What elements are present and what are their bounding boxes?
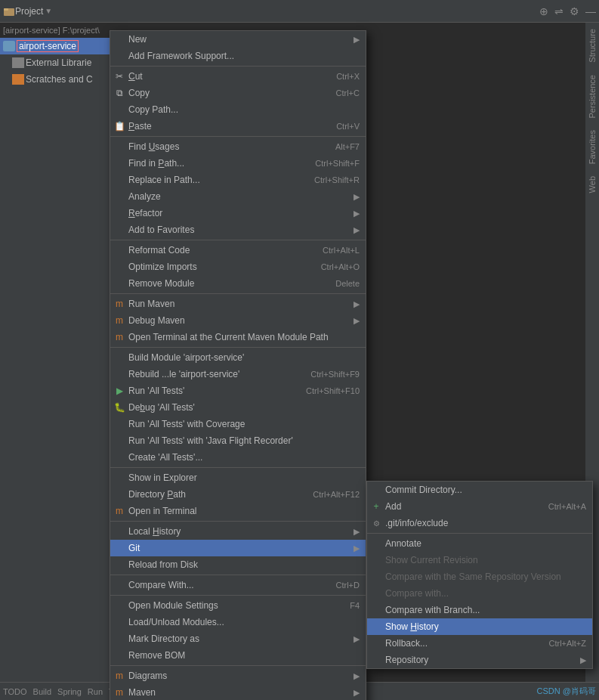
menu-item-new[interactable]: New ▶ xyxy=(110,31,366,48)
sep2 xyxy=(110,136,366,137)
menu-item-analyze[interactable]: Analyze ▶ xyxy=(110,188,366,205)
project-panel: [airport-service] F:\project\ airport-se… xyxy=(0,23,121,682)
menu-item-copy[interactable]: ⧉ Copy Ctrl+C xyxy=(110,85,366,101)
menu-item-refactor[interactable]: Refactor ▶ xyxy=(110,205,366,221)
add-icon[interactable]: ⊕ xyxy=(539,5,548,17)
project-root-item[interactable]: airport-service xyxy=(0,38,121,54)
toolbar-arrow[interactable]: ▼ xyxy=(45,7,52,15)
structure-label[interactable]: Structure xyxy=(586,23,598,69)
menu-item-compare[interactable]: Compare With... Ctrl+D xyxy=(110,577,366,593)
copy-icon: ⧉ xyxy=(113,87,125,99)
submenu-repository[interactable]: Repository ▶ xyxy=(367,652,592,668)
external-libraries-item[interactable]: External Librarie xyxy=(0,54,121,71)
submenu-current-revision: Show Current Revision xyxy=(367,552,592,568)
sync-icon[interactable]: ⇌ xyxy=(554,5,563,17)
maven-run-icon: m xyxy=(113,298,125,310)
menu-item-paste[interactable]: 📋 Paste Ctrl+V xyxy=(110,118,366,135)
favorites-label[interactable]: Favorites xyxy=(586,124,598,170)
menu-item-git[interactable]: Git ▶ xyxy=(110,540,366,556)
csdn-watermark: CSDN @肖码哥 xyxy=(537,686,596,697)
ext-lib-icon xyxy=(12,57,24,68)
menu-item-remove-module[interactable]: Remove Module Delete xyxy=(110,275,366,292)
submenu-annotate[interactable]: Annotate xyxy=(367,535,592,552)
gitinfo-icon: ⚙ xyxy=(370,517,382,529)
submenu-commit-dir[interactable]: Commit Directory... xyxy=(367,482,592,498)
submenu-compare-repo: Compare with the Same Repository Version xyxy=(367,568,592,585)
context-menu: New ▶ Add Framework Support... ✂ Cut Ctr… xyxy=(110,30,366,700)
menu-item-mark-dir[interactable]: Mark Directory as ▶ xyxy=(110,630,366,647)
sep6 xyxy=(110,467,366,468)
menu-item-run-maven[interactable]: m Run Maven ▶ xyxy=(110,296,366,312)
scratches-item[interactable]: Scratches and C xyxy=(0,71,121,88)
web-label[interactable]: Web xyxy=(586,170,598,199)
toolbar-title: Project xyxy=(15,6,43,17)
maven-icon: m xyxy=(113,686,125,698)
menu-item-diagrams[interactable]: m Diagrams ▶ xyxy=(110,667,366,684)
menu-item-add-framework[interactable]: Add Framework Support... xyxy=(110,48,366,64)
ext-lib-label: External Librarie xyxy=(26,57,91,68)
menu-item-load-unload[interactable]: Load/Unload Modules... xyxy=(110,614,366,630)
git-submenu: Commit Directory... + Add Ctrl+Alt+A ⚙ .… xyxy=(366,481,593,669)
spring-status[interactable]: Spring xyxy=(57,687,82,696)
menu-item-build-module[interactable]: Build Module 'airport-service' xyxy=(110,349,366,366)
project-folder-icon xyxy=(3,5,15,17)
run-status[interactable]: Run xyxy=(88,687,103,696)
add-icon: + xyxy=(370,500,382,513)
menu-item-debug-maven[interactable]: m Debug Maven ▶ xyxy=(110,312,366,329)
menu-item-maven[interactable]: m Maven ▶ xyxy=(110,684,366,700)
submenu-gitinfo[interactable]: ⚙ .git/info/exclude xyxy=(367,515,592,531)
breadcrumb: [airport-service] F:\project\ xyxy=(0,23,121,38)
debug-icon: 🐛 xyxy=(113,401,125,413)
sep3 xyxy=(110,240,366,240)
menu-item-reload[interactable]: Reload from Disk xyxy=(110,556,366,573)
module-icon xyxy=(3,41,15,51)
scratches-label: Scratches and C xyxy=(26,74,93,85)
submenu-rollback[interactable]: Rollback... Ctrl+Alt+Z xyxy=(367,635,592,652)
paste-icon: 📋 xyxy=(113,120,125,132)
menu-item-run-flight[interactable]: Run 'All Tests' with 'Java Flight Record… xyxy=(110,432,366,449)
settings-icon[interactable]: ⚙ xyxy=(570,5,579,17)
menu-item-favorites[interactable]: Add to Favorites ▶ xyxy=(110,221,366,238)
menu-item-replace-path[interactable]: Replace in Path... Ctrl+Shift+R xyxy=(110,172,366,188)
run-icon: ▶ xyxy=(113,385,125,397)
menu-item-remove-bom[interactable]: Remove BOM xyxy=(110,647,366,664)
sep5 xyxy=(110,347,366,348)
menu-item-run-coverage[interactable]: Run 'All Tests' with Coverage xyxy=(110,416,366,432)
sep8 xyxy=(110,575,366,575)
menu-item-open-terminal-maven[interactable]: m Open Terminal at the Current Maven Mod… xyxy=(110,329,366,345)
menu-item-create-tests[interactable]: Create 'All Tests'... xyxy=(110,449,366,466)
menu-item-module-settings[interactable]: Open Module Settings F4 xyxy=(110,597,366,614)
submenu-compare-with: Compare with... xyxy=(367,585,592,602)
submenu-compare-branch[interactable]: Compare with Branch... xyxy=(367,602,592,618)
menu-item-optimize[interactable]: Optimize Imports Ctrl+Alt+O xyxy=(110,259,366,275)
menu-item-debug-tests[interactable]: 🐛 Debug 'All Tests' xyxy=(110,399,366,416)
sep10 xyxy=(110,665,366,666)
menu-item-reformat[interactable]: Reformat Code Ctrl+Alt+L xyxy=(110,242,366,259)
build-status[interactable]: Build xyxy=(33,687,51,696)
minimize-icon[interactable]: — xyxy=(585,5,596,17)
sep9 xyxy=(110,595,366,596)
todo-status[interactable]: TODO xyxy=(3,687,27,696)
menu-item-cut[interactable]: ✂ Cut Ctrl+X xyxy=(110,68,366,85)
menu-item-find-path[interactable]: Find in Path... Ctrl+Shift+F xyxy=(110,155,366,172)
toolbar-icons: ⊕ ⇌ ⚙ — xyxy=(539,5,596,17)
persistence-label[interactable]: Persistence xyxy=(586,69,598,124)
top-toolbar: Project ▼ ⊕ ⇌ ⚙ — xyxy=(0,0,599,23)
maven-debug-icon: m xyxy=(113,314,125,327)
menu-item-run-tests[interactable]: ▶ Run 'All Tests' Ctrl+Shift+F10 xyxy=(110,383,366,399)
submenu-add[interactable]: + Add Ctrl+Alt+A xyxy=(367,498,592,515)
menu-item-dir-path[interactable]: Directory Path Ctrl+Alt+F12 xyxy=(110,486,366,503)
submenu-show-history[interactable]: Show History xyxy=(367,618,592,635)
project-root-label: airport-service xyxy=(17,40,79,52)
menu-item-show-explorer[interactable]: Show in Explorer xyxy=(110,469,366,486)
menu-item-open-terminal[interactable]: m Open in Terminal xyxy=(110,503,366,519)
maven-terminal-icon: m xyxy=(113,331,125,343)
terminal-icon: m xyxy=(113,505,125,517)
menu-item-local-history[interactable]: Local History ▶ xyxy=(110,523,366,540)
svg-rect-1 xyxy=(4,8,8,11)
sep7 xyxy=(110,521,366,522)
menu-item-copy-path[interactable]: Copy Path... xyxy=(110,101,366,118)
menu-item-find-usages[interactable]: Find Usages Alt+F7 xyxy=(110,138,366,155)
menu-item-rebuild[interactable]: Rebuild ...le 'airport-service' Ctrl+Shi… xyxy=(110,366,366,383)
cut-icon: ✂ xyxy=(113,70,125,82)
